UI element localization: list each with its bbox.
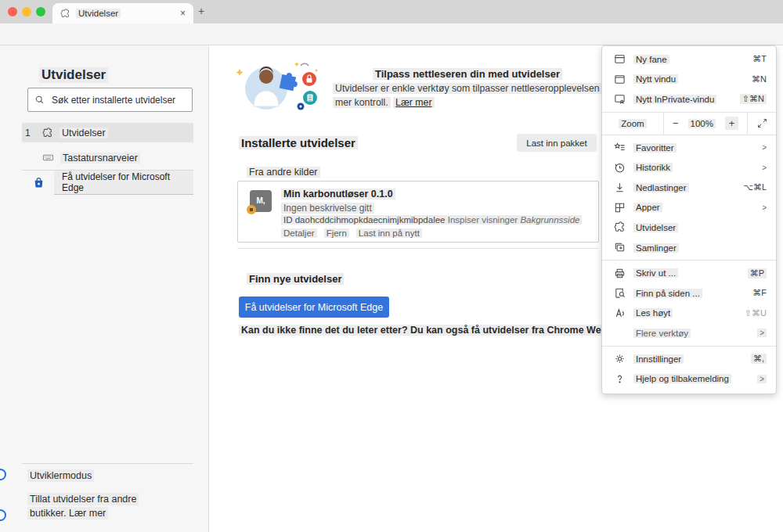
hero-line2-prefix: mer kontroll.	[333, 97, 391, 108]
fullscreen-icon	[757, 118, 767, 128]
allow-label-line1: Tillat utvidelser fra andre	[27, 493, 139, 505]
load-unpacked-button[interactable]: Last inn pakket	[517, 134, 597, 152]
tab-favicon-puzzle-icon	[60, 9, 70, 19]
extension-id-line: ID daohcddcihmopkdaecnimjkmibpdalee Insp…	[281, 215, 582, 225]
tab-title: Utvidelser	[76, 9, 121, 18]
sidebar-bottom-divider	[22, 463, 193, 464]
favorites-icon	[613, 142, 626, 153]
browser-menu: Ny fane⌘T Nytt vindu⌘N Nytt InPrivate-vi…	[601, 45, 777, 394]
menu-item-extensions[interactable]: Utvidelser	[602, 217, 776, 238]
chrome-web-store-note: Kan du ikke finne det du leter etter? Du…	[239, 325, 637, 336]
menu-item-print[interactable]: Skriv ut ...⌘P	[602, 263, 776, 283]
extension-actions: Detaljer Fjern Last inn på nytt	[281, 228, 422, 238]
inspect-views-label: Inspiser visninger	[448, 215, 518, 225]
menu-item-favorites[interactable]: Favoritter>	[602, 138, 776, 158]
apps-icon	[613, 202, 626, 214]
store-link-label: Få utvidelser for Microsoft Edge	[54, 171, 193, 195]
window-minimize-button[interactable]	[22, 7, 31, 16]
hero-description-line2: mer kontroll. Lær mer	[333, 97, 435, 108]
print-icon	[613, 268, 626, 279]
menu-item-more-tools[interactable]: Flere verktøy>	[602, 323, 776, 343]
remove-button[interactable]: Fjern	[324, 228, 349, 238]
warning-badge-icon	[247, 205, 256, 214]
fullscreen-button[interactable]	[748, 113, 776, 135]
id-label: ID	[283, 215, 293, 225]
extension-name: Min karbonutløser 0.1.0	[281, 189, 395, 200]
menu-item-find-on-page[interactable]: Finn på siden ...⌘F	[602, 283, 776, 304]
puzzle-icon	[42, 128, 53, 138]
puzzle-piece	[280, 71, 300, 92]
store-bag-icon	[33, 177, 45, 189]
menu-item-new-window[interactable]: Nytt vindu⌘N	[602, 70, 776, 90]
tab-strip: Utvidelser × +	[0, 0, 783, 23]
sidebar-title: Utvidelser	[39, 67, 108, 83]
keyboard-icon	[42, 152, 54, 164]
help-icon	[613, 373, 626, 385]
menu-item-read-aloud[interactable]: Les høyt⇧⌘U	[602, 304, 776, 324]
store-link-row[interactable]: Få utvidelser for Microsoft Edge	[22, 173, 193, 192]
collections-menu-icon	[613, 242, 626, 253]
inprivate-icon	[613, 93, 626, 105]
sidebar-item-utvidelser[interactable]: 1 Utvidelser	[22, 123, 193, 142]
menu-separator	[602, 346, 776, 347]
developer-mode-toggle[interactable]	[0, 469, 6, 480]
window-maximize-button[interactable]	[36, 7, 45, 16]
zoom-out-button[interactable]: −	[673, 117, 679, 129]
read-aloud-icon	[613, 307, 626, 319]
allow-label-line2: butikker. Lær mer	[27, 507, 108, 519]
extension-version: 0.1.0	[371, 189, 393, 200]
browser-tab[interactable]: Utvidelser ×	[52, 3, 193, 23]
extensions-puzzle-icon	[613, 221, 626, 233]
zoom-in-button[interactable]: +	[725, 117, 738, 130]
zoom-label: Zoom	[619, 119, 646, 128]
find-new-extensions-heading: Finn nye utvidelser	[247, 273, 344, 285]
menu-item-help-feedback[interactable]: Hjelp og tilbakemelding>	[602, 368, 776, 389]
background-page-link[interactable]: Bakgrunnsside	[520, 215, 579, 225]
installed-extensions-heading: Installerte utvidelser	[239, 136, 358, 149]
allow-other-stores-toggle[interactable]	[0, 509, 6, 521]
sidebar-item-tastatursnarveier[interactable]: Tastatursnarveier	[22, 148, 193, 167]
menu-item-downloads[interactable]: Nedlastinger⌥⌘L	[602, 178, 776, 198]
menu-item-new-inprivate-window[interactable]: Nytt InPrivate-vindu⇧⌘N	[602, 89, 776, 110]
menu-item-history[interactable]: Historikk>	[602, 157, 776, 178]
zoom-row: Zoom − 100% +	[602, 112, 776, 135]
hero-illustration	[235, 59, 323, 111]
learn-more-link[interactable]: Lær mer	[393, 97, 434, 108]
sidebar-item-label: Tastatursnarveier	[60, 153, 140, 164]
search-box[interactable]	[27, 88, 193, 112]
settings-gear-icon	[613, 353, 626, 365]
search-input[interactable]	[50, 94, 186, 106]
extensions-sidebar: Utvidelser 1 Utvidelser Tastatursnarveie…	[0, 45, 209, 532]
hero-title: Tilpass nettleseren din med utvidelser	[330, 68, 604, 80]
menu-item-apps[interactable]: Apper>	[602, 198, 776, 218]
new-window-icon	[613, 74, 626, 85]
tab-close-icon[interactable]: ×	[180, 8, 186, 19]
menu-item-collections[interactable]: Samlinger	[602, 238, 776, 258]
history-icon	[613, 162, 626, 174]
find-on-page-icon	[613, 287, 626, 299]
new-tab-button[interactable]: +	[198, 5, 204, 17]
extension-card: M, Min karbonutløser 0.1.0 Ingen beskriv…	[237, 181, 599, 243]
extension-id: daohcddcihmopkdaecnimjkmibpdalee	[295, 215, 446, 225]
search-icon	[34, 95, 45, 105]
section-divider	[237, 248, 599, 249]
extension-description: Ingen beskrivelse gitt	[281, 203, 374, 214]
menu-item-new-tab[interactable]: Ny fane⌘T	[602, 49, 776, 70]
developer-mode-label: Utviklermodus	[27, 469, 94, 482]
group-label-other-sources: Fra andre kilder	[247, 167, 320, 178]
window-close-button[interactable]	[8, 7, 17, 16]
new-tab-icon	[613, 53, 626, 65]
sidebar-selected-badge: 1	[25, 128, 36, 138]
toolbar: ← → ↻ Edge | edge://extensions ☆ …	[0, 23, 783, 45]
reload-extension-button[interactable]: Last inn på nytt	[356, 228, 422, 238]
allow-other-stores-label: Tillat utvidelser fra andre butikker. Læ…	[27, 491, 139, 519]
zoom-value: 100%	[688, 119, 716, 128]
menu-item-settings[interactable]: Innstillinger⌘,	[602, 349, 776, 369]
hero-description-line1: Utvidelser er enkle verktøy som tilpasse…	[333, 83, 617, 94]
downloads-icon	[613, 182, 626, 193]
details-button[interactable]: Detaljer	[281, 228, 317, 238]
sidebar-item-label: Utvidelser	[60, 128, 108, 138]
menu-separator	[602, 260, 776, 261]
get-extensions-button[interactable]: Få utvidelser for Microsoft Edge	[239, 297, 389, 318]
